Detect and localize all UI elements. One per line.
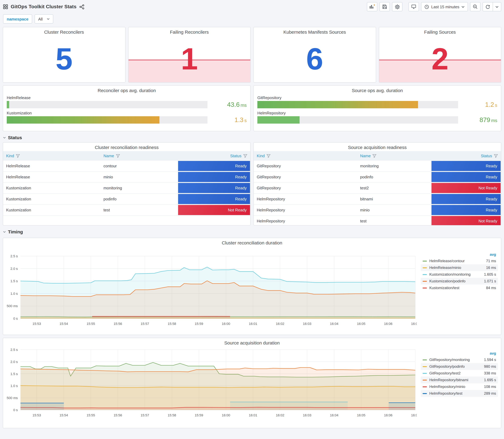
cell-kind: GitRepository <box>254 172 357 183</box>
svg-text:16:03: 16:03 <box>303 413 311 417</box>
column-header-kind[interactable]: Kind <box>3 151 100 161</box>
filter-icon[interactable] <box>267 154 270 158</box>
legend-avg-header[interactable]: avg <box>421 350 498 356</box>
cell-status: Not Ready <box>431 216 501 225</box>
timeseries-plot[interactable]: 0 s500 ms1.0 s1.5 s2.0 s2.5 s15:5315:541… <box>3 238 417 335</box>
dashboard-settings-button[interactable] <box>392 2 402 11</box>
status-table-panel: Cluster reconciliation readinessKindName… <box>3 142 251 225</box>
filter-icon[interactable] <box>116 154 120 158</box>
cell-status: Not Ready <box>431 183 501 194</box>
svg-text:1.5 s: 1.5 s <box>10 279 18 283</box>
cell-status: Ready <box>431 161 501 172</box>
legend-item[interactable]: GitRepository/podinfo980 ms <box>421 363 498 370</box>
svg-text:16:07: 16:07 <box>411 322 417 326</box>
legend-series-avg: 1.695 s <box>479 378 496 382</box>
stat-panel: Failing Sources2 <box>379 27 501 83</box>
legend-item[interactable]: Kustomization/monitoring1.605 s <box>421 271 498 278</box>
legend-item[interactable]: GitRepository/test2338 ms <box>421 370 498 377</box>
svg-text:16:05: 16:05 <box>357 322 365 326</box>
variable-label-namespace: namespace <box>3 14 32 24</box>
variables-row: namespace All <box>0 12 504 27</box>
zoom-out-button[interactable] <box>470 2 480 11</box>
timeseries-plot[interactable]: 0 s500 ms1.0 s1.5 s2.0 s2.5 s15:5315:541… <box>3 338 417 428</box>
legend-item[interactable]: HelmRepository/bitnami1.695 s <box>421 377 498 383</box>
table-row: HelmRepositorybitnamiReady <box>254 194 501 205</box>
legend-item[interactable]: HelmRepository/minio108 ms <box>421 383 498 390</box>
legend-series-name: HelmRelease/minio <box>429 266 479 270</box>
variable-value-dropdown[interactable]: All <box>35 14 53 24</box>
add-panel-button[interactable] <box>367 2 377 11</box>
filter-icon[interactable] <box>16 154 20 158</box>
timeseries-panel: Cluster reconciliation duration0 s500 ms… <box>3 238 501 335</box>
column-header-kind[interactable]: Kind <box>254 151 357 161</box>
cell-name: bitnami <box>357 194 431 205</box>
status-tables-row: Cluster reconciliation readinessKindName… <box>0 142 504 225</box>
column-header-label: Status <box>481 154 492 158</box>
zoom-out-icon <box>473 4 478 9</box>
status-table: KindNameStatusGitRepositorymonitoringRea… <box>254 151 501 225</box>
time-range-picker[interactable]: Last 15 minutes <box>421 2 468 11</box>
status-badge: Ready <box>178 194 250 204</box>
legend-item[interactable]: Kustomization/podinfo1.071 s <box>421 278 498 284</box>
svg-text:0 s: 0 s <box>13 317 18 320</box>
status-badge: Ready <box>178 183 250 193</box>
chart-legend: avgGitRepository/monitoring1.594 sGitRep… <box>421 350 498 397</box>
legend-series-name: Kustomization/monitoring <box>429 272 479 277</box>
cell-kind: HelmRelease <box>3 161 100 172</box>
legend-series-avg: 1.594 s <box>479 358 496 362</box>
chevron-down-icon <box>3 137 6 138</box>
bar-gauge-value: 1.2s <box>463 101 497 108</box>
column-header-status[interactable]: Status <box>431 151 501 161</box>
refresh-button[interactable] <box>483 2 493 11</box>
refresh-interval-dropdown[interactable] <box>493 2 501 11</box>
bar-gauge-track-row: 1.3s <box>7 116 247 124</box>
status-badge: Not Ready <box>431 183 501 193</box>
bar-gauge-row: Kustomization1.3s <box>7 111 247 124</box>
section-timing[interactable]: Timing <box>0 225 504 236</box>
column-header-status[interactable]: Status <box>178 151 250 161</box>
column-header-label: Name <box>103 154 114 158</box>
legend-series-name: Kustomization/podinfo <box>429 279 479 283</box>
legend-series-avg: 108 ms <box>479 385 496 389</box>
svg-text:2.0 s: 2.0 s <box>10 267 18 271</box>
svg-text:15:53: 15:53 <box>32 322 41 326</box>
bar-gauge-unit: s <box>244 118 247 123</box>
cell-status: Ready <box>178 161 250 172</box>
bar-gauge-panel: Reconciler ops avg. durationHelmRelease4… <box>3 85 251 131</box>
legend-avg-header[interactable]: avg <box>421 251 498 257</box>
tv-cycle-button[interactable] <box>408 2 419 11</box>
svg-text:15:54: 15:54 <box>60 413 68 417</box>
column-header-name[interactable]: Name <box>100 151 178 161</box>
bar-gauge-fill <box>7 101 9 108</box>
legend-series-name: Kustomization/test <box>429 286 479 290</box>
legend-item[interactable]: HelmRelease/contour71 ms <box>421 257 498 264</box>
column-header-name[interactable]: Name <box>357 151 431 161</box>
filter-icon[interactable] <box>243 154 247 158</box>
cell-status: Ready <box>431 172 501 183</box>
filter-icon[interactable] <box>494 154 498 158</box>
legend-series-swatch <box>423 260 427 261</box>
svg-text:16:04: 16:04 <box>330 322 338 326</box>
bar-gauge-panel: Source ops avg. durationGitRepository1.2… <box>253 85 501 131</box>
svg-text:2.0 s: 2.0 s <box>10 360 18 364</box>
share-icon[interactable] <box>79 4 85 9</box>
bar-gauge-row: HelmRepository879ms <box>257 111 497 124</box>
dashboards-grid-icon[interactable] <box>3 4 8 9</box>
svg-text:16:03: 16:03 <box>303 322 311 326</box>
cell-kind: HelmRepository <box>254 194 357 205</box>
legend-item[interactable]: Kustomization/test84 ms <box>421 284 498 291</box>
save-dashboard-button[interactable] <box>380 2 390 11</box>
bar-gauge-label: Kustomization <box>7 111 247 115</box>
legend-item[interactable]: HelmRelease/minio16 ms <box>421 264 498 271</box>
filter-icon[interactable] <box>373 154 377 158</box>
table-row: HelmReleasecontourReady <box>3 161 250 172</box>
legend-series-name: GitRepository/test2 <box>429 371 479 375</box>
section-status[interactable]: Status <box>0 131 504 142</box>
legend-item[interactable]: GitRepository/monitoring1.594 s <box>421 356 498 363</box>
legend-series-avg: 1.605 s <box>479 272 496 277</box>
bar-gauge-value: 879ms <box>463 116 497 124</box>
legend-series-avg: 980 ms <box>479 364 496 369</box>
bar-gauge-track <box>7 116 208 124</box>
stat-value: 6 <box>254 43 376 74</box>
legend-item[interactable]: HelmRepository/test289 ms <box>421 390 498 397</box>
